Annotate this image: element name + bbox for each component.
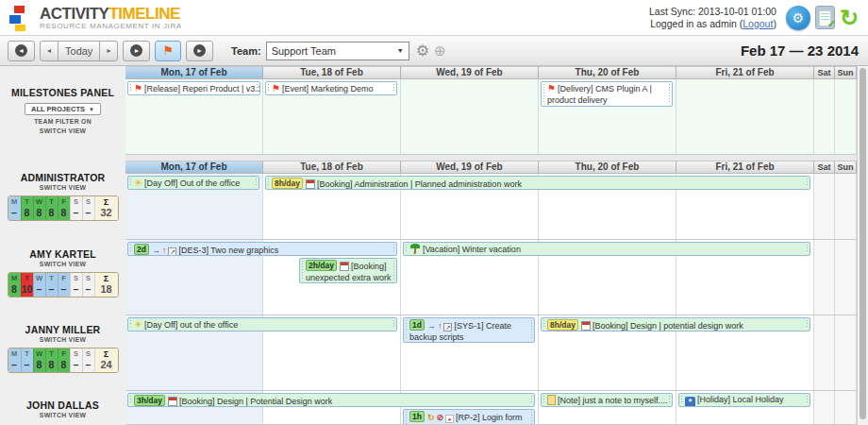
settings-gear-icon[interactable]: ⚙ — [786, 6, 810, 30]
team-select-value: Support Team — [272, 45, 397, 57]
priority-up-icon: ↑ — [162, 246, 167, 255]
brand-block: ACTIVITYTIMELINE RESOURCE MANAGEMENT IN … — [40, 5, 182, 30]
day-cell[interactable] — [835, 174, 857, 239]
day-cell[interactable] — [814, 391, 835, 424]
note-icon — [547, 395, 556, 405]
date-range-label: Feb 17 — 23 2014 — [741, 42, 859, 59]
booking-calendar-icon — [306, 179, 315, 189]
step-next-button[interactable]: ▸ — [99, 41, 118, 61]
scrollbar-thumb[interactable] — [860, 68, 866, 419]
sync-refresh-icon[interactable]: ↻ — [840, 7, 859, 29]
milestone-event[interactable]: ⚑[Event] Marketing Demo — [265, 81, 397, 95]
task-type-icon: → — [427, 321, 436, 331]
booking-calendar-icon — [581, 321, 591, 331]
chevron-down-icon: ▼ — [397, 47, 404, 54]
day-header-tue: Tue, 18 of Feb — [263, 66, 401, 79]
project-filter-dropdown[interactable]: ALL PROJECTS▼ — [25, 103, 101, 115]
day-cell[interactable] — [835, 391, 857, 424]
today-button[interactable]: Today — [58, 41, 100, 61]
switch-view-link[interactable]: SWITCH VIEW — [0, 412, 125, 418]
day-cell[interactable] — [401, 79, 539, 154]
user-name: AMY KARTEL — [0, 248, 125, 260]
day-cell[interactable] — [835, 240, 857, 314]
event-booking[interactable]: 8h/day[Booking] Administration | Planned… — [265, 176, 810, 190]
timeline-grid: Mon, 17 of Feb Tue, 18 of Feb Wed, 19 of… — [125, 66, 857, 425]
event-vacation[interactable]: [Vacation] Winter vacation — [403, 242, 810, 256]
milestones-panel-header: MILESTONES PANEL ALL PROJECTS▼ TEAM FILT… — [0, 87, 125, 134]
event-task-des3[interactable]: 2d→↑↗[DES-3] Two new graphics — [127, 242, 397, 256]
jump-prev-button[interactable]: ◄ — [8, 41, 35, 61]
switch-view-link[interactable]: SWITCH VIEW — [0, 184, 125, 191]
milestones-toggle-button[interactable]: ⚑ — [155, 41, 181, 61]
hours-badge: 8h/day — [272, 178, 303, 189]
event-holiday[interactable]: *[Holiday] Local Holiday — [678, 393, 810, 407]
vertical-scrollbar[interactable] — [857, 66, 868, 425]
day-header-wed: Wed, 19 of Feb — [401, 161, 539, 174]
sidebar: MILESTONES PANEL ALL PROJECTS▼ TEAM FILT… — [0, 66, 125, 425]
check-icon: ✓ — [827, 18, 836, 30]
event-booking[interactable]: 3h/day[Booking] Design | Potential Desig… — [127, 393, 535, 407]
day-header-sun: Sun — [835, 66, 857, 79]
user-name: JOHN DALLAS — [0, 400, 125, 411]
main-area: MILESTONES PANEL ALL PROJECTS▼ TEAM FILT… — [0, 66, 868, 425]
milestones-panel-title: MILESTONES PANEL — [0, 87, 125, 98]
in-progress-icon: ↻ — [427, 413, 435, 422]
week-sum-cell: Σ18 — [94, 273, 118, 297]
switch-view-link[interactable]: SWITCH VIEW — [0, 261, 125, 267]
team-filter-link[interactable]: TEAM FILTER ON — [0, 118, 125, 125]
team-select[interactable]: Support Team ▼ — [266, 42, 409, 60]
sun-icon: ☀ — [134, 178, 142, 188]
team-label: Team: — [231, 45, 261, 57]
logout-link[interactable]: Logout — [743, 18, 773, 29]
milestone-release[interactable]: ⚑[Release] Reperi Product | v3.1 — [127, 81, 260, 95]
day-cell[interactable] — [814, 240, 835, 314]
timeline-row-administrator: ☀[Day Off] Out of the office 8h/day[Book… — [125, 174, 857, 240]
switch-view-link[interactable]: SWITCH VIEW — [0, 128, 125, 134]
status-icon: ↗ — [443, 323, 452, 332]
workload-week-table: M– T8 W8 T8 F8 S– S– Σ32 — [8, 196, 119, 221]
switch-view-link[interactable]: SWITCH VIEW — [0, 336, 125, 343]
day-cell[interactable] — [835, 315, 857, 390]
jump-next-button[interactable]: ► — [123, 41, 150, 61]
event-task-sys1[interactable]: 1d→↑↗[SYS-1] Create backup scripts — [403, 317, 535, 343]
event-day-off[interactable]: ☀[Day Off] out of the office — [127, 317, 397, 332]
vacation-palm-icon — [409, 244, 421, 254]
top-bar: ACTIVITYTIMELINE RESOURCE MANAGEMENT IN … — [0, 0, 868, 36]
milestone-delivery[interactable]: ⚑[Delivery] CMS Plugin A | product deliv… — [541, 81, 673, 107]
event-note[interactable]: [Note] just a note to myself.... — [541, 393, 673, 407]
session-info: Last Sync: 2013-10-01 01:00 Logged in as… — [649, 6, 776, 30]
day-header-mon: Mon, 17 of Feb — [125, 66, 263, 79]
day-cell[interactable] — [814, 315, 835, 390]
event-booking[interactable]: 2h/day[Booking] unexpected extra work — [299, 258, 397, 283]
bug-status-icon: ● — [445, 415, 454, 423]
task-type-icon: → — [152, 246, 160, 255]
day-cell[interactable] — [676, 79, 814, 154]
day-header-row: Mon, 17 of Feb Tue, 18 of Feb Wed, 19 of… — [125, 161, 857, 174]
team-settings-gear-icon[interactable]: ⚙ — [416, 42, 429, 60]
status-icon: ↗ — [168, 247, 176, 256]
holiday-snowflake-icon: * — [685, 397, 695, 407]
hours-badge: 3h/day — [134, 395, 165, 406]
event-task-rp2[interactable]: 1h↻⊘●[RP-2] Login form is not working — [403, 409, 535, 425]
priority-up-icon: ↑ — [438, 321, 442, 331]
brand-activity: ACTIVITY — [40, 5, 108, 23]
hours-badge: 8h/day — [547, 319, 578, 331]
next-milestone-button[interactable]: ► — [186, 41, 213, 61]
day-cell[interactable] — [814, 79, 835, 154]
step-prev-button[interactable]: ◂ — [40, 41, 58, 61]
day-cell[interactable] — [835, 79, 857, 154]
timeline-row-janny-miller: ☀[Day Off] out of the office 1d→↑↗[SYS-1… — [125, 315, 857, 391]
booking-calendar-icon — [168, 397, 177, 406]
user-name: ADMINISTRATOR — [0, 172, 125, 183]
add-team-icon[interactable]: ⊕ — [434, 42, 446, 60]
event-day-off[interactable]: ☀[Day Off] Out of the office — [127, 176, 259, 190]
event-booking[interactable]: 8h/day[Booking] Design | potential desig… — [541, 317, 810, 332]
day-header-sat: Sat — [814, 66, 835, 79]
reports-clipboard-icon[interactable]: ✓ — [815, 6, 835, 29]
duration-badge: 2d — [134, 244, 149, 255]
booking-calendar-icon — [340, 262, 349, 271]
user-block-john-dallas: JOHN DALLAS SWITCH VIEW — [0, 400, 125, 418]
day-cell[interactable] — [814, 174, 835, 239]
next-icon: ► — [130, 44, 142, 57]
last-sync-text: Last Sync: 2013-10-01 01:00 — [649, 6, 776, 18]
